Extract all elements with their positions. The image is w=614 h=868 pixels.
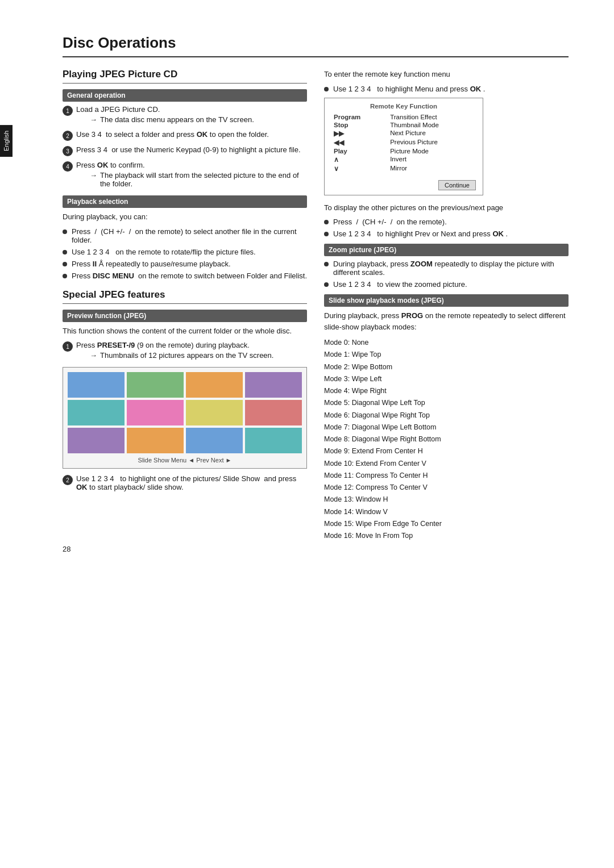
thumb-5 bbox=[68, 400, 125, 425]
list-item: Mode 12: Compress To Center V bbox=[324, 482, 569, 494]
section-playing-jpeg: Playing JPEG Picture CD bbox=[63, 69, 307, 84]
thumb-2 bbox=[127, 372, 184, 398]
remote-menu-step: Use 1 2 3 4 to highlight Menu and press … bbox=[324, 85, 569, 93]
list-item: Mode 6: Diagonal Wipe Right Top bbox=[324, 410, 569, 422]
playback-bullet-2: Use 1 2 3 4 on the remote to rotate/flip… bbox=[63, 248, 307, 256]
remote-menu-intro: To enter the remote key function menu bbox=[324, 69, 569, 80]
thumb-1 bbox=[68, 372, 125, 398]
table-row: ∧ Invert bbox=[331, 155, 476, 164]
item2-text: Use 3 4 to select a folder and press OK … bbox=[76, 130, 269, 139]
playback-bullet-4: Press DISC MENU on the remote to switch … bbox=[63, 272, 307, 280]
slide-show-intro: During playback, press PROG on the remot… bbox=[324, 310, 569, 332]
list-item: Mode 16: Move In From Top bbox=[324, 530, 569, 542]
thumb-7 bbox=[186, 400, 243, 425]
key-down: ∨ bbox=[331, 164, 388, 173]
thumb-11 bbox=[186, 428, 243, 453]
zoom-bullet-2: Use 1 2 3 4 to view the zoomed picture. bbox=[324, 280, 569, 289]
page-title: Disc Operations bbox=[63, 34, 569, 57]
table-row: Play Picture Mode bbox=[331, 147, 476, 155]
list-item: Mode 3: Wipe Left bbox=[324, 373, 569, 385]
list-item: Mode 11: Compress To Center H bbox=[324, 470, 569, 482]
preview-num-2: 2 bbox=[63, 475, 73, 485]
thumbnail-caption: Slide Show Menu ◄ Prev Next ► bbox=[68, 457, 302, 464]
preview-step2-text: Use 1 2 3 4 to highlight one of the pict… bbox=[76, 474, 296, 491]
func-down: Mirror bbox=[388, 164, 476, 173]
display-bullet-2: Use 1 2 3 4 to highlight Prev or Next an… bbox=[324, 229, 569, 238]
list-item: Mode 14: Window V bbox=[324, 506, 569, 518]
thumb-3 bbox=[186, 372, 243, 398]
list-item: Mode 7: Diagonal Wipe Left Bottom bbox=[324, 422, 569, 433]
section-special-jpeg: Special JPEG features bbox=[63, 289, 307, 304]
list-item: Mode 4: Wipe Right bbox=[324, 385, 569, 397]
zoom-picture-header: Zoom picture (JPEG) bbox=[324, 244, 569, 256]
preview-item-2: 2 Use 1 2 3 4 to highlight one of the pi… bbox=[63, 474, 307, 491]
item-number-4: 4 bbox=[63, 161, 73, 172]
key-up: ∧ bbox=[331, 155, 388, 164]
zoom-bullet-1: During playback, press ZOOM repeatedly t… bbox=[324, 260, 569, 277]
table-row: ▶▶ Next Picture bbox=[331, 129, 476, 138]
general-item-2: 2 Use 3 4 to select a folder and press O… bbox=[63, 130, 307, 141]
func-ff: Next Picture bbox=[388, 129, 476, 138]
item3-text: Press 3 4 or use the Numeric Keypad (0-9… bbox=[76, 145, 301, 154]
list-item: Mode 9: Extend From Center H bbox=[324, 445, 569, 457]
list-item: Mode 15: Wipe From Edge To Center bbox=[324, 518, 569, 530]
thumb-10 bbox=[127, 428, 184, 453]
general-operation-header: General operation bbox=[63, 89, 307, 102]
item1-arrow: → The data disc menu appears on the TV s… bbox=[90, 115, 307, 124]
playback-bullet-3: Press II Å repeatedly to pause/resume pl… bbox=[63, 260, 307, 268]
left-column: Playing JPEG Picture CD General operatio… bbox=[63, 69, 307, 542]
preview-step1-text: Press PRESET-/9 (9 on the remote) during… bbox=[76, 341, 250, 349]
thumb-4 bbox=[245, 372, 302, 398]
remote-key-function-box: Remote Key Function Program Transition E… bbox=[324, 98, 483, 195]
slide-show-header: Slide show playback modes (JPEG) bbox=[324, 294, 569, 307]
list-item: Mode 8: Diagonal Wipe Right Bottom bbox=[324, 433, 569, 445]
list-item: Mode 1: Wipe Top bbox=[324, 349, 569, 361]
thumb-6 bbox=[127, 400, 184, 425]
display-intro: To display the other pictures on the pre… bbox=[324, 202, 569, 214]
playback-intro: During playback, you can: bbox=[63, 211, 307, 223]
right-column: To enter the remote key function menu Us… bbox=[324, 69, 569, 542]
preview-num-1: 1 bbox=[63, 341, 73, 352]
item-number-1: 1 bbox=[63, 106, 73, 116]
playback-bullet-1: Press / (CH +/- / on the remote) to sele… bbox=[63, 227, 307, 244]
key-stop: Stop bbox=[331, 121, 388, 129]
key-program: Program bbox=[331, 113, 388, 121]
language-tab: English bbox=[0, 125, 13, 157]
item4-text: Press OK to confirm. bbox=[76, 161, 145, 169]
item4-arrow: → The playback will start from the selec… bbox=[90, 171, 307, 188]
remote-key-table: Program Transition Effect Stop Thumbnail… bbox=[331, 113, 476, 173]
thumbnail-preview-box: Slide Show Menu ◄ Prev Next ► bbox=[63, 367, 307, 469]
table-row: Program Transition Effect bbox=[331, 113, 476, 121]
func-up: Invert bbox=[388, 155, 476, 164]
general-item-4: 4 Press OK to confirm. → The playback wi… bbox=[63, 161, 307, 190]
list-item: Mode 5: Diagonal Wipe Left Top bbox=[324, 397, 569, 409]
list-item: Mode 0: None bbox=[324, 337, 569, 349]
item-number-2: 2 bbox=[63, 131, 73, 141]
table-row: ◀◀ Previous Picture bbox=[331, 138, 476, 147]
key-rew: ◀◀ bbox=[331, 138, 388, 147]
preview-function-header: Preview function (JPEG) bbox=[63, 310, 307, 322]
page-number: 28 bbox=[63, 545, 70, 553]
thumb-8 bbox=[245, 400, 302, 425]
item1-text: Load a JPEG Picture CD. bbox=[76, 105, 160, 114]
list-item: Mode 10: Extend From Center V bbox=[324, 458, 569, 470]
preview-item-1: 1 Press PRESET-/9 (9 on the remote) duri… bbox=[63, 341, 307, 361]
list-item: Mode 13: Window H bbox=[324, 494, 569, 506]
thumbnail-grid bbox=[68, 372, 302, 453]
thumb-12 bbox=[245, 428, 302, 453]
preview-intro: This function shows the content of the c… bbox=[63, 326, 307, 337]
item-number-3: 3 bbox=[63, 146, 73, 156]
list-item: Mode 2: Wipe Bottom bbox=[324, 361, 569, 373]
func-play: Picture Mode bbox=[388, 147, 476, 155]
general-item-3: 3 Press 3 4 or use the Numeric Keypad (0… bbox=[63, 145, 307, 156]
key-ff: ▶▶ bbox=[331, 129, 388, 138]
func-program: Transition Effect bbox=[388, 113, 476, 121]
table-row: ∨ Mirror bbox=[331, 164, 476, 173]
key-play: Play bbox=[331, 147, 388, 155]
display-bullet-1: Press / (CH +/- / on the remote). bbox=[324, 218, 569, 226]
preview-step1-arrow: → Thumbnails of 12 pictures appears on t… bbox=[90, 351, 307, 360]
playback-selection-header: Playback selection bbox=[63, 195, 307, 208]
func-stop: Thumbnail Mode bbox=[388, 121, 476, 129]
remote-key-title: Remote Key Function bbox=[331, 103, 476, 110]
continue-button[interactable]: Continue bbox=[438, 180, 476, 190]
